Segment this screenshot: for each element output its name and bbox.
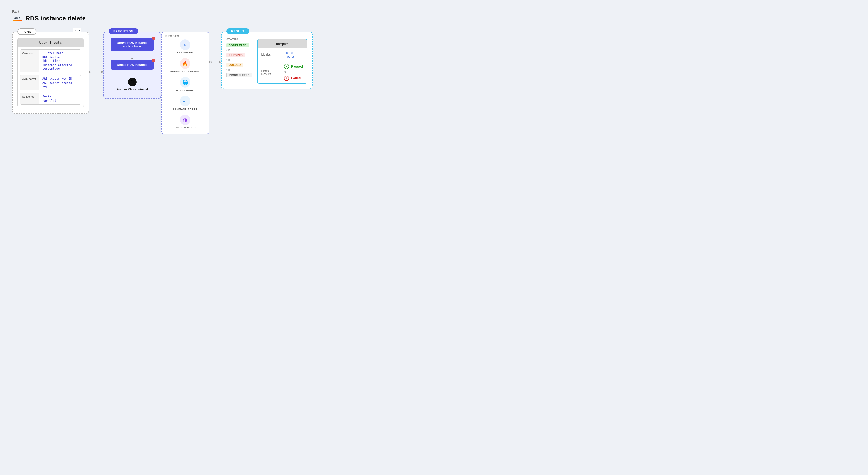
metrics-value: chaos metrics (285, 51, 303, 58)
field-cluster-name: Cluster name (42, 52, 72, 55)
breadcrumb: Fault (12, 10, 856, 13)
prometheus-probe-label: PROMETHEUS PROBE (170, 70, 200, 73)
arrow-tune-execution (89, 70, 103, 74)
page-title: RDS instance delete (26, 15, 86, 22)
section-label-common: Common (20, 49, 39, 72)
or-probe: OR (284, 71, 303, 74)
field-affected-pct: Instance affectedpercentage (42, 64, 72, 70)
input-section-common: Common Cluster name RDS instanceidentifi… (20, 49, 81, 72)
clock-icon: ⏱ (128, 78, 136, 87)
probe-results-label: ProbeResults (261, 69, 279, 76)
wait-step: ⏱ Wait for Chaos Interval (117, 74, 148, 91)
field-secret-access-key: AWS secret accesskey (42, 81, 72, 88)
step1-dot (152, 37, 155, 40)
command-probe-icon: ▶_ (180, 96, 190, 106)
aws-logo-corner: aws (73, 28, 82, 33)
status-incompleted: INCOMPLETED (226, 73, 252, 77)
probe-srm: ◑ SRM SLO PROBE (174, 114, 196, 129)
command-probe-label: COMMAND PROBE (173, 108, 197, 110)
field-serial: Serial (42, 95, 56, 98)
step2-dot (152, 59, 155, 62)
section-fields-aws: AWS access key ID AWS secret accesskey (39, 75, 75, 90)
exec-step-delete: Delete RDS instance (111, 60, 154, 70)
execution-badge: EXECUTION (108, 28, 138, 34)
metrics-label: Metrics (261, 53, 280, 56)
section-label-aws: AWS secret (20, 75, 39, 90)
or-2: OR (226, 59, 252, 61)
tune-panel: TUNE aws User Inputs Common Cluster name… (12, 32, 89, 113)
or-3: OR (226, 69, 252, 71)
k8s-probe-label: K8S PROBE (177, 52, 193, 54)
output-box: Output Metrics chaos metrics ProbeResult… (257, 39, 307, 84)
wait-label: Wait for Chaos Interval (117, 88, 148, 91)
status-completed: COMPLETED (226, 43, 249, 47)
output-metrics-row: Metrics chaos metrics (258, 48, 307, 61)
status-queued: QUEUED (226, 63, 243, 67)
probe-results-values: ✓ Passed OR ✕ Failed (284, 64, 303, 81)
exec-step-derive: Derive RDS instance under chaos (111, 38, 154, 51)
section-fields-sequence: Serial Parallel (39, 93, 59, 104)
probe-k8s: ⎈ K8S PROBE (177, 39, 193, 54)
probe-http: 🌐 HTTP PROBE (177, 77, 194, 92)
failed-label: Failed (291, 76, 301, 80)
output-header: Output (258, 39, 307, 48)
http-probe-icon: 🌐 (180, 77, 190, 88)
aws-logo: aws (12, 16, 23, 21)
input-section-sequence: Sequence Serial Parallel (20, 93, 81, 105)
execution-panel: EXECUTION Derive RDS instance under chao… (103, 32, 161, 99)
probes-panel: PROBES ⎈ K8S PROBE 🔥 PROMETHEUS PROBE 🌐 … (161, 32, 209, 134)
dashed-arrow-1 (131, 53, 133, 60)
k8s-probe-icon: ⎈ (180, 39, 190, 50)
failed-icon: ✕ (284, 75, 289, 81)
user-inputs-box: User Inputs Common Cluster name RDS inst… (17, 38, 84, 107)
or-1: OR (226, 49, 252, 52)
srm-probe-label: SRM SLO PROBE (174, 127, 196, 129)
diagram-row: TUNE aws User Inputs Common Cluster name… (12, 32, 856, 134)
probe-result-failed: ✕ Failed (284, 75, 303, 81)
field-rds-identifier: RDS instanceidentifier (42, 56, 72, 63)
srm-probe-icon: ◑ (180, 114, 190, 125)
probe-results-row: ProbeResults ✓ Passed OR ✕ Failed (258, 61, 307, 83)
status-column: STATUS COMPLETED OR ERRORED OR QUEUED OR (226, 38, 252, 81)
result-panel: RESULT STATUS COMPLETED OR ERRORED OR QU… (221, 32, 313, 89)
probes-label: PROBES (165, 35, 179, 38)
status-label: STATUS (226, 38, 252, 41)
status-badges: COMPLETED OR ERRORED OR QUEUED OR INCOMP… (226, 43, 252, 77)
prometheus-probe-icon: 🔥 (180, 58, 190, 69)
arrow-probes-result (209, 61, 221, 64)
http-probe-label: HTTP PROBE (177, 89, 194, 92)
probe-prometheus: 🔥 PROMETHEUS PROBE (170, 58, 200, 73)
probe-command: ▶_ COMMAND PROBE (173, 96, 197, 110)
passed-icon: ✓ (284, 64, 289, 69)
user-inputs-header: User Inputs (18, 38, 84, 47)
tune-badge: TUNE (17, 28, 36, 35)
section-label-sequence: Sequence (20, 93, 39, 104)
field-parallel: Parallel (42, 99, 56, 103)
result-badge: RESULT (226, 28, 249, 34)
probe-result-passed: ✓ Passed (284, 64, 303, 69)
passed-label: Passed (291, 65, 303, 68)
status-errored: ERRORED (226, 53, 245, 57)
input-section-aws: AWS secret AWS access key ID AWS secret … (20, 75, 81, 90)
section-fields-common: Cluster name RDS instanceidentifier Inst… (39, 49, 75, 72)
field-access-key-id: AWS access key ID (42, 77, 72, 80)
